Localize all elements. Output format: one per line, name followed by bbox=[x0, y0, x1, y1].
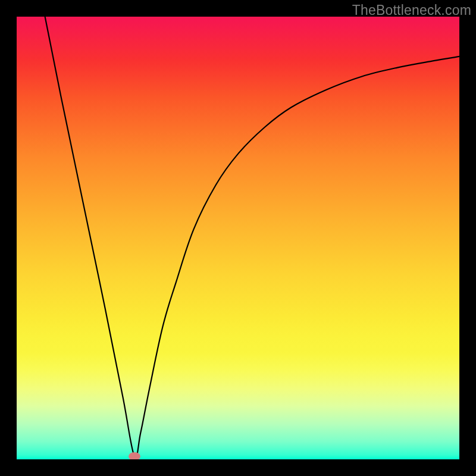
curve-svg bbox=[17, 17, 459, 459]
curve-path bbox=[45, 17, 459, 458]
chart-frame: TheBottleneck.com bbox=[0, 0, 476, 476]
plot-area bbox=[17, 17, 459, 459]
bottleneck-curve bbox=[17, 17, 459, 459]
minimum-marker bbox=[129, 452, 140, 459]
watermark-text: TheBottleneck.com bbox=[352, 2, 471, 18]
